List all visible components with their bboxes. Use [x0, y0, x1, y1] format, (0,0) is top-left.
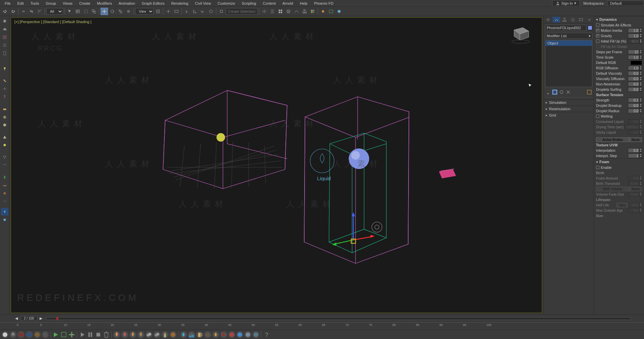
- timeline-track[interactable]: [46, 317, 631, 320]
- rail-star-icon[interactable]: [1, 141, 8, 149]
- link-button[interactable]: [20, 8, 27, 15]
- menu-animation[interactable]: Animation: [115, 1, 139, 6]
- val-rgb-diff[interactable]: [628, 66, 639, 70]
- chk-simulate-air[interactable]: [596, 23, 599, 27]
- sim-play-button[interactable]: [78, 331, 86, 338]
- sim-delete-button[interactable]: [103, 331, 110, 338]
- phx-play-icon[interactable]: [52, 331, 59, 338]
- rail-ball-icon[interactable]: [1, 121, 8, 129]
- menu-civil-view[interactable]: Civil View: [192, 1, 214, 6]
- tab-modify[interactable]: [553, 17, 560, 22]
- val-visc-diff[interactable]: [628, 76, 639, 81]
- rail-leaf-icon[interactable]: [1, 174, 8, 181]
- preset-smoke2-icon[interactable]: [153, 331, 161, 338]
- pin-stack-button[interactable]: [545, 89, 551, 95]
- rail-light-icon[interactable]: [1, 65, 8, 72]
- val-interp[interactable]: [628, 148, 639, 153]
- menu-arnold[interactable]: Arnold: [279, 1, 297, 6]
- keyframe-marker[interactable]: [56, 317, 58, 320]
- select-button[interactable]: [66, 8, 73, 15]
- viewport[interactable]: [+] [Perspective ] [Standard ] [Default …: [11, 17, 542, 313]
- preset-blood-icon[interactable]: [220, 331, 227, 338]
- render-frame-button[interactable]: [327, 8, 335, 15]
- preset-fire-icon[interactable]: [113, 331, 120, 338]
- preset-paint-icon[interactable]: [228, 331, 235, 338]
- redo-button[interactable]: [9, 8, 17, 15]
- object-name-field[interactable]: PhoenixFDLiquid002: [545, 25, 586, 31]
- phx-icon-6[interactable]: [42, 331, 49, 338]
- select-place-button[interactable]: [125, 8, 132, 15]
- rail-particle-icon[interactable]: [1, 153, 8, 161]
- menu-views[interactable]: Views: [59, 1, 76, 6]
- chk-wetting[interactable]: [596, 115, 599, 118]
- angle-snap-button[interactable]: [191, 8, 199, 15]
- menu-graph-editors[interactable]: Graph Editors: [139, 1, 168, 6]
- modifier-stack[interactable]: Object: [545, 40, 592, 87]
- rail-cloud-icon[interactable]: [1, 25, 8, 33]
- rail-bone-icon[interactable]: [1, 77, 8, 84]
- mirror-button[interactable]: [261, 8, 268, 15]
- manipulate-button[interactable]: [165, 8, 172, 15]
- percent-snap-button[interactable]: %: [199, 8, 207, 15]
- modifier-list-dropdown[interactable]: Modifier List: [545, 33, 592, 39]
- frame-next-button[interactable]: ▶: [38, 316, 44, 322]
- chk-gravity[interactable]: [596, 34, 599, 38]
- refcoord-dropdown[interactable]: View: [135, 8, 154, 15]
- menu-tools[interactable]: Tools: [27, 1, 43, 6]
- rail-worm-icon[interactable]: [1, 182, 8, 189]
- rail-grid-icon[interactable]: [1, 33, 8, 41]
- rail-icon-1[interactable]: [1, 17, 8, 25]
- phx-grid-icon[interactable]: [68, 331, 75, 338]
- menu-edit[interactable]: Edit: [14, 1, 27, 6]
- rail-sphere-icon[interactable]: [1, 113, 8, 121]
- rail-expand-chevron[interactable]: [1, 198, 8, 205]
- select-rotate-button[interactable]: [109, 8, 116, 15]
- btn-active-bodies-none[interactable]: None: [629, 137, 642, 142]
- val-timescale[interactable]: [628, 55, 639, 60]
- val-dropsurf[interactable]: [628, 87, 639, 92]
- spin-droprad[interactable]: ▴▾: [639, 109, 642, 113]
- rail-drop2-icon[interactable]: [1, 216, 8, 223]
- bind-button[interactable]: [36, 8, 43, 15]
- rail-orb-icon[interactable]: [1, 190, 8, 197]
- preset-fire2-icon[interactable]: [121, 331, 128, 338]
- make-unique-button[interactable]: [558, 89, 565, 95]
- spin-visc-diff[interactable]: ▴▾: [639, 76, 642, 81]
- preset-smoke-icon[interactable]: [145, 331, 153, 338]
- preset-ocean-icon[interactable]: [188, 331, 195, 338]
- snap-toggle-button[interactable]: 3: [183, 8, 191, 15]
- selection-filter-dropdown[interactable]: All: [46, 8, 63, 15]
- phx-icon-3[interactable]: [17, 331, 25, 338]
- rollout-simulation[interactable]: Simulation: [544, 99, 594, 106]
- val-droprad[interactable]: [628, 109, 639, 113]
- select-scale-button[interactable]: [117, 8, 124, 15]
- viewcube[interactable]: [508, 21, 532, 45]
- phx-frame-icon[interactable]: [60, 331, 67, 338]
- help-button[interactable]: ?: [263, 331, 270, 338]
- select-region-button[interactable]: [82, 8, 90, 15]
- tab-display[interactable]: [577, 17, 585, 22]
- preset-candle-icon[interactable]: [161, 331, 169, 338]
- preset-fire3-icon[interactable]: [129, 331, 137, 338]
- chk-initial-fill[interactable]: [596, 40, 599, 43]
- render-setup-button[interactable]: [319, 8, 327, 15]
- chk-foam-enable[interactable]: [596, 166, 599, 169]
- frame-prev-button[interactable]: ◀: [13, 316, 19, 322]
- spin-dropbreak[interactable]: ▴▾: [639, 103, 642, 108]
- spin-strength[interactable]: ▴▾: [639, 98, 642, 103]
- menu-group[interactable]: Group: [42, 1, 59, 6]
- rail-drop-icon[interactable]: [1, 208, 8, 215]
- rail-helper-icon[interactable]: [1, 85, 8, 92]
- sim-stop-button[interactable]: [95, 331, 102, 338]
- tab-hierarchy[interactable]: [561, 17, 569, 22]
- preset-ink-icon[interactable]: [236, 331, 244, 338]
- unlink-button[interactable]: [28, 8, 35, 15]
- viewport-label[interactable]: [+] [Perspective ] [Standard ] [Default …: [14, 20, 92, 24]
- pivot-button[interactable]: [154, 8, 162, 15]
- object-color-swatch[interactable]: [588, 25, 592, 30]
- select-name-button[interactable]: [74, 8, 82, 15]
- preset-milk-icon[interactable]: [244, 331, 252, 338]
- phx-icon-4[interactable]: [25, 331, 33, 338]
- preset-honey-icon[interactable]: [212, 331, 219, 338]
- rail-doc-icon[interactable]: [1, 50, 8, 57]
